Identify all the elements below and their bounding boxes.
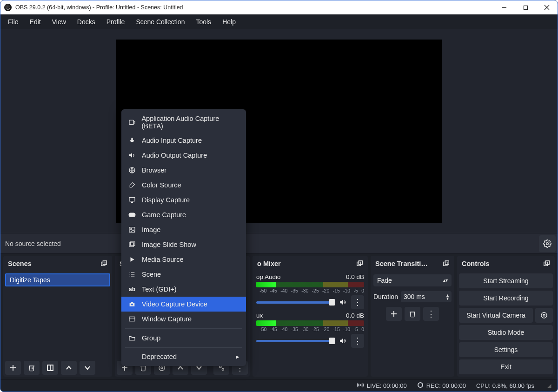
statusbar: LIVE: 00:00:00 REC: 00:00:00 CPU: 0.8%, … xyxy=(0,379,558,392)
cpu-status: CPU: 0.8%, 60.00 fps xyxy=(476,382,534,389)
channel-db: 0.0 dB xyxy=(346,312,364,319)
volume-icon[interactable] xyxy=(339,337,347,345)
ctx-game-capture[interactable]: Game Capture xyxy=(121,207,246,222)
transition-remove-button[interactable] xyxy=(405,307,420,321)
scenes-dock: Scenes Digitize Tapes xyxy=(3,256,112,377)
ctx-video-capture-device[interactable]: Video Capture Device xyxy=(121,297,246,312)
ctx-media-source[interactable]: Media Source xyxy=(121,252,246,267)
ctx-display-capture[interactable]: Display Capture xyxy=(121,193,246,207)
start-recording-button[interactable]: Start Recording xyxy=(459,291,553,306)
svg-point-37 xyxy=(131,304,133,306)
menu-docks[interactable]: Docks xyxy=(72,15,101,28)
ctx-app-audio-capture[interactable]: Application Audio Capture (BETA) xyxy=(121,112,246,133)
transitions-popout-icon[interactable] xyxy=(442,259,451,268)
live-status: LIVE: 00:00:00 xyxy=(367,382,407,389)
menu-separator xyxy=(125,347,242,348)
rec-status: REC: 00:00:00 xyxy=(426,382,466,389)
virtual-camera-settings-button[interactable] xyxy=(535,308,553,323)
source-properties-gear-button[interactable] xyxy=(539,235,556,252)
meter-ticks: -50-45-40-35-30-25-20-15-10-50 xyxy=(256,326,364,332)
settings-button[interactable]: Settings xyxy=(459,342,553,357)
transition-current: Fade xyxy=(377,277,392,284)
preview-area[interactable] xyxy=(0,29,558,233)
svg-rect-35 xyxy=(129,243,133,246)
transition-select[interactable]: Fade ▴▾ xyxy=(373,274,452,286)
ctx-audio-input-capture[interactable]: Audio Input Capture xyxy=(121,133,246,148)
folder-icon xyxy=(128,334,136,342)
mixer-title: o Mixer xyxy=(257,260,281,267)
ctx-color-source[interactable]: Color Source xyxy=(121,178,246,193)
svg-rect-31 xyxy=(129,198,135,201)
menu-profile[interactable]: Profile xyxy=(101,15,131,28)
menu-file[interactable]: File xyxy=(2,15,24,28)
transition-menu-button[interactable]: ⋮ xyxy=(423,307,439,321)
volume-slider[interactable] xyxy=(256,340,335,342)
channel-menu-button[interactable]: ⋮ xyxy=(351,295,364,309)
scene-transitions-dock: Scene Transiti… Fade ▴▾ Duration 300 ms … xyxy=(371,256,454,377)
gamepad-icon xyxy=(128,211,136,219)
start-streaming-button[interactable]: Start Streaming xyxy=(459,273,553,288)
ctx-audio-output-capture[interactable]: Audio Output Capture xyxy=(121,148,246,163)
svg-rect-1 xyxy=(524,6,527,9)
speaker-icon xyxy=(128,151,136,159)
menubar: File Edit View Docks Profile Scene Colle… xyxy=(0,14,558,29)
scene-move-down-button[interactable] xyxy=(80,361,95,375)
ctx-group[interactable]: Group xyxy=(121,331,246,345)
volume-icon[interactable] xyxy=(339,298,347,306)
play-icon xyxy=(128,255,136,264)
channel-db: 0.0 dB xyxy=(346,273,364,280)
ctx-image[interactable]: Image xyxy=(121,222,246,237)
ctx-window-capture[interactable]: Window Capture xyxy=(121,312,246,326)
globe-icon xyxy=(128,166,136,174)
mixer-popout-icon[interactable] xyxy=(356,259,364,268)
add-source-context-menu: Application Audio Capture (BETA) Audio I… xyxy=(121,109,246,366)
transitions-title: Scene Transiti… xyxy=(375,260,428,267)
svg-point-13 xyxy=(161,367,163,369)
exit-button[interactable]: Exit xyxy=(459,359,553,374)
controls-popout-icon[interactable] xyxy=(543,259,551,268)
audio-meter xyxy=(256,282,364,287)
text-icon: ab xyxy=(128,285,136,293)
scene-remove-button[interactable] xyxy=(24,361,40,375)
ctx-text-gdi[interactable]: abText (GDI+) xyxy=(121,282,246,297)
menu-help[interactable]: Help xyxy=(217,15,241,28)
minimize-button[interactable] xyxy=(493,0,515,14)
obs-logo-icon xyxy=(4,4,12,11)
scene-filter-button[interactable] xyxy=(42,361,58,375)
chevron-updown-icon: ▴▾ xyxy=(443,279,448,282)
ctx-image-slide-show[interactable]: Image Slide Show xyxy=(121,237,246,252)
studio-mode-button[interactable]: Studio Mode xyxy=(459,325,553,340)
ctx-scene[interactable]: Scene xyxy=(121,267,246,282)
window-title: OBS 29.0.2 (64-bit, windows) - Profile: … xyxy=(15,4,493,11)
brush-icon xyxy=(128,181,136,189)
maximize-button[interactable] xyxy=(515,0,536,14)
audio-mixer-dock: o Mixer op Audio0.0 dB -50-45-40-35-30-2… xyxy=(252,256,368,377)
scene-item[interactable]: Digitize Tapes xyxy=(5,273,110,286)
scenes-title: Scenes xyxy=(8,260,32,267)
channel-name: ux xyxy=(256,312,263,319)
start-virtual-camera-button[interactable]: Start Virtual Camera xyxy=(459,308,533,323)
svg-rect-38 xyxy=(129,317,135,321)
app-window: OBS 29.0.2 (64-bit, windows) - Profile: … xyxy=(0,0,558,392)
scene-move-up-button[interactable] xyxy=(61,361,77,375)
close-button[interactable] xyxy=(536,0,558,14)
duration-spinner[interactable]: 300 ms ▴▾ xyxy=(401,291,452,302)
transition-add-button[interactable] xyxy=(386,307,402,321)
slideshow-icon xyxy=(128,240,136,249)
menu-edit[interactable]: Edit xyxy=(24,15,46,28)
svg-point-4 xyxy=(546,242,549,245)
controls-title: Controls xyxy=(462,260,490,267)
controls-dock: Controls Start Streaming Start Recording… xyxy=(457,256,555,377)
menu-view[interactable]: View xyxy=(46,15,72,28)
scene-add-button[interactable] xyxy=(5,361,21,375)
svg-point-28 xyxy=(418,383,423,387)
volume-slider[interactable] xyxy=(256,301,335,304)
menu-scene-collection[interactable]: Scene Collection xyxy=(130,15,190,28)
ctx-browser[interactable]: Browser xyxy=(121,163,246,178)
ctx-deprecated-submenu[interactable]: Deprecated▸ xyxy=(121,350,246,364)
list-icon xyxy=(128,270,136,279)
channel-menu-button[interactable]: ⋮ xyxy=(351,334,364,348)
scenes-popout-icon[interactable] xyxy=(100,259,108,268)
resize-grip-icon[interactable]: ◢ xyxy=(547,383,551,389)
menu-tools[interactable]: Tools xyxy=(190,15,217,28)
